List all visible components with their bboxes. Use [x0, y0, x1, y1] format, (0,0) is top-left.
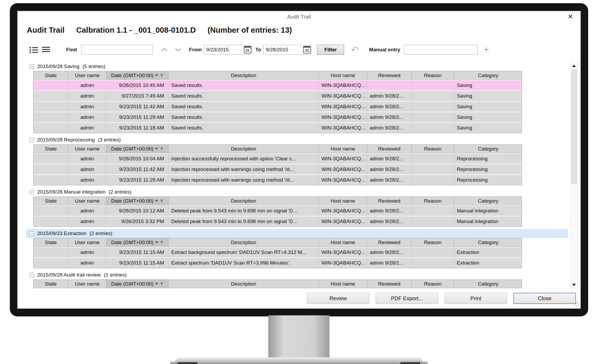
column-header-category[interactable]: Category [454, 197, 522, 205]
column-header-label: State [45, 281, 57, 287]
pdf-export-button[interactable]: PDF Export... [376, 293, 438, 304]
grouped-view-icon[interactable] [30, 46, 39, 54]
cell-category: Reprocessing [454, 175, 522, 185]
group-header[interactable]: −2015/09/28 Manual integration(2 entries… [26, 187, 568, 196]
column-header-reviewed[interactable]: Reviewed [367, 145, 412, 153]
table-row[interactable]: admin9/23/2015 11:18 AMSaved results.WIN… [34, 123, 522, 133]
column-header-reviewed[interactable]: Reviewed [367, 280, 412, 288]
to-date-field[interactable]: 9/28/2015 21 [263, 45, 312, 55]
column-header-reason[interactable]: Reason [412, 71, 454, 80]
column-header-state[interactable]: State [34, 145, 68, 153]
group-header[interactable]: −2015/09/28 Reprocessing(3 entries) [26, 135, 568, 144]
column-header-state[interactable]: State [34, 280, 68, 288]
cell-description: Deleted peak from 9.543 min to 9.698 min… [169, 206, 319, 216]
calendar-day-label: 21 [305, 48, 309, 52]
scroll-down-arrow-icon[interactable] [571, 281, 577, 288]
filter-funnel-icon[interactable] [160, 199, 164, 203]
column-header-host[interactable]: Host name [319, 280, 367, 288]
table-row[interactable]: admin9/27/2015 7:49 AMSaved results.WIN-… [34, 91, 522, 101]
column-header-date[interactable]: Date (GMT+00:00) [106, 71, 169, 80]
column-header-user[interactable]: User name [68, 197, 106, 205]
filter-funnel-icon[interactable] [160, 241, 164, 244]
collapse-minus-icon[interactable]: − [30, 273, 34, 277]
column-header-reason[interactable]: Reason [412, 238, 454, 247]
column-header-description[interactable]: Description [169, 71, 319, 80]
scrollbar-thumb[interactable] [571, 70, 577, 184]
column-header-description[interactable]: Description [169, 280, 319, 288]
calendar-icon[interactable]: 21 [244, 46, 251, 53]
filter-funnel-icon[interactable] [160, 147, 164, 151]
review-button[interactable]: Review [307, 293, 369, 304]
column-header-user[interactable]: User name [68, 280, 106, 288]
column-header-description[interactable]: Description [169, 145, 319, 153]
column-header-reviewed[interactable]: Reviewed [367, 238, 412, 247]
table-row[interactable]: admin9/26/2015 3:32 PMDeleted peak from … [34, 216, 522, 227]
table-row[interactable]: admin9/23/2015 11:42 AMSaved results.WIN… [34, 102, 522, 112]
table-row[interactable]: admin9/28/2015 10:04 AMInjection success… [34, 154, 522, 164]
column-header-category[interactable]: Category [454, 238, 522, 247]
close-button[interactable]: Close [513, 293, 576, 304]
column-header-user[interactable]: User name [68, 238, 106, 247]
table-row[interactable]: admin9/23/2015 11:29 AMInjection reproce… [34, 175, 522, 185]
cell-reviewed: admin 9/28/2... [367, 258, 412, 268]
scrollbar-track[interactable] [571, 69, 577, 281]
cell-category: Manual integration [454, 216, 522, 227]
column-header-date[interactable]: Date (GMT+00:00) [106, 280, 169, 288]
column-header-host[interactable]: Host name [319, 197, 367, 205]
undo-icon[interactable]: ↶ [351, 45, 358, 54]
close-icon[interactable]: ✕ [568, 13, 573, 20]
table-row[interactable]: admin9/23/2015 11:15 AMExtract backgroun… [34, 247, 522, 257]
column-header-state[interactable]: State [34, 238, 68, 247]
table-row[interactable]: admin9/28/2015 10:45 AMSaved results.WIN… [34, 80, 522, 90]
column-header-category[interactable]: Category [454, 280, 522, 288]
manual-entry-input[interactable] [404, 45, 478, 55]
column-header-description[interactable]: Description [169, 197, 319, 205]
table-row[interactable]: admin9/23/2015 11:42 AMInjection reproce… [34, 164, 522, 174]
collapse-minus-icon[interactable]: − [30, 138, 34, 142]
resize-grip-icon[interactable] [574, 301, 579, 307]
column-header-reason[interactable]: Reason [412, 197, 454, 205]
column-header-date[interactable]: Date (GMT+00:00) [106, 145, 169, 153]
collapse-minus-icon[interactable]: − [30, 190, 34, 194]
table-row[interactable]: admin9/23/2015 11:29 AMSaved results.WIN… [34, 112, 522, 122]
print-button[interactable]: Print [445, 293, 507, 304]
column-header-reason[interactable]: Reason [412, 145, 454, 153]
add-manual-entry-plus-icon[interactable]: + [483, 45, 489, 55]
table-row[interactable]: admin9/28/2015 10:12 AMDeleted peak from… [34, 206, 522, 216]
column-header-date[interactable]: Date (GMT+00:00) [106, 197, 169, 205]
group-header[interactable]: −2015/09/28 Audit trail review(1 entries… [26, 270, 568, 279]
scroll-up-arrow-icon[interactable] [571, 62, 577, 69]
column-header-description[interactable]: Description [169, 238, 319, 247]
find-input[interactable] [81, 45, 153, 55]
filter-button[interactable]: Filter [317, 45, 344, 55]
filter-funnel-icon[interactable] [160, 282, 164, 286]
cell-state [34, 206, 68, 216]
calendar-icon[interactable]: 21 [303, 46, 311, 53]
column-header-state[interactable]: State [34, 71, 68, 80]
find-next-chevron-down-icon[interactable] [175, 48, 182, 52]
collapse-minus-icon[interactable]: − [30, 64, 34, 69]
column-header-category[interactable]: Category [454, 71, 522, 80]
column-header-host[interactable]: Host name [319, 71, 367, 80]
column-header-reviewed[interactable]: Reviewed [367, 71, 412, 80]
cell-reason [412, 80, 454, 90]
filter-funnel-icon[interactable] [160, 74, 164, 77]
column-header-state[interactable]: State [34, 197, 68, 205]
column-header-reviewed[interactable]: Reviewed [367, 197, 412, 205]
from-date-field[interactable]: 9/23/2015 21 [204, 45, 252, 55]
collapse-minus-icon[interactable]: − [30, 231, 34, 236]
column-header-category[interactable]: Category [454, 145, 522, 153]
group-header[interactable]: −2015/09/23 Extraction(2 entries) [26, 229, 568, 238]
column-header-user[interactable]: User name [68, 145, 106, 153]
column-header-user[interactable]: User name [68, 71, 106, 80]
column-header-host[interactable]: Host name [319, 145, 367, 153]
flat-list-view-icon[interactable] [42, 46, 51, 54]
table-row[interactable]: admin9/23/2015 11:15 AMExtract spectrum … [34, 258, 522, 268]
find-previous-chevron-up-icon[interactable] [161, 48, 168, 52]
column-header-reason[interactable]: Reason [412, 280, 454, 288]
group-header[interactable]: −2015/09/28 Saving(5 entries) [26, 62, 568, 71]
column-header-date[interactable]: Date (GMT+00:00) [106, 238, 169, 247]
column-header-host[interactable]: Host name [319, 238, 367, 247]
cell-reviewed: admin 9/28/2... [367, 164, 412, 174]
vertical-scrollbar[interactable] [571, 62, 578, 288]
